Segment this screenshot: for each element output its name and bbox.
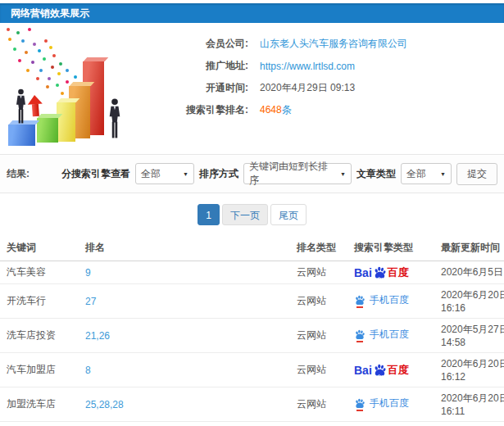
- rank-type-cell: 云网站: [297, 398, 326, 410]
- bar-chart-illustration: [0, 23, 152, 152]
- baidu-logo: Baidu百度: [354, 266, 409, 279]
- up-arrow-icon: [27, 94, 43, 116]
- column-header: 搜索引擎类型: [351, 235, 438, 261]
- info-row: 搜索引擎排名:4648条: [152, 99, 504, 121]
- updated-time-cell: 2020年6月20日 16:16: [441, 289, 504, 314]
- info-field-label: 搜索引擎排名:: [152, 103, 248, 117]
- confetti-decoration: [7, 28, 10, 31]
- mobile-baidu-logo: 手机百度: [354, 397, 409, 409]
- info-field-value[interactable]: 山东老人头汽车服务咨询有限公司: [260, 37, 407, 51]
- rank-link[interactable]: 25,28,28: [85, 399, 124, 410]
- info-row: 推广地址:https://www.lrtlsd.com: [152, 55, 504, 77]
- updated-time-cell: 2020年6月20日 16:11: [441, 392, 504, 417]
- mobile-baidu-label: 手机百度: [370, 294, 409, 306]
- green-bar: [37, 118, 58, 143]
- rank-link[interactable]: 9: [85, 267, 91, 279]
- mobile-baidu-logo: 手机百度: [354, 329, 409, 340]
- column-header: 排名: [82, 235, 293, 261]
- rank-link[interactable]: 8: [85, 365, 91, 376]
- mobile-baidu-logo: 手机百度: [354, 294, 409, 306]
- chevron-down-icon: ▼: [440, 171, 446, 177]
- engine-select-value: 全部: [141, 167, 161, 181]
- table-row: 开洗车行27云网站手机百度2020年6月20日 16:16: [0, 284, 504, 319]
- rank-type-cell: 云网站: [297, 329, 326, 341]
- info-field-value[interactable]: https://www.lrtlsd.com: [260, 61, 355, 72]
- rank-type-cell: 云网站: [297, 295, 326, 306]
- ranking-count-unit: 条: [282, 104, 292, 116]
- baidu-paw-icon: [354, 398, 366, 409]
- mobile-baidu-label: 手机百度: [370, 397, 409, 409]
- last-page-button[interactable]: 尾页: [270, 204, 306, 225]
- submit-button[interactable]: 提交: [456, 163, 497, 185]
- column-header: 最新更新时间: [438, 235, 504, 261]
- pagination: 1 下一页 尾页: [0, 193, 504, 235]
- info-field-label: 会员公司:: [152, 37, 248, 51]
- sort-select-value: 关键词由短到长排序: [249, 160, 337, 188]
- filter-controls: 分搜索引擎查看 全部 ▼ 排序方式 关键词由短到长排序 ▼ 文章类型 全部 ▼ …: [61, 163, 497, 185]
- updated-time-cell: 2020年5月27日 14:58: [441, 324, 504, 348]
- article-type-select[interactable]: 全部 ▼: [401, 163, 452, 184]
- keyword-cell: 汽车美容: [7, 266, 46, 278]
- chevron-down-icon: ▼: [340, 171, 346, 177]
- rank-type-cell: 云网站: [297, 266, 326, 278]
- table-row: 加盟洗车店25,28,28云网站手机百度2020年6月20日 16:11: [0, 387, 504, 422]
- info-row: 会员公司:山东老人头汽车服务咨询有限公司: [152, 33, 504, 55]
- info-fields: 会员公司:山东老人头汽车服务咨询有限公司推广地址:https://www.lrt…: [152, 23, 504, 121]
- keyword-cell: 汽车加盟店: [7, 364, 56, 375]
- table-row: 汽车加盟店8云网站Baidu百度2020年6月20日 16:12: [0, 353, 504, 387]
- rank-link[interactable]: 21,26: [85, 330, 110, 342]
- keyword-cell: 加盟洗车店: [7, 398, 56, 410]
- results-table: 关键词排名排名类型搜索引擎类型最新更新时间 汽车美容9云网站Baidu百度202…: [0, 235, 504, 426]
- businessman-icon: [107, 97, 122, 140]
- column-header: 关键词: [0, 235, 82, 261]
- result-label: 结果:: [7, 167, 30, 181]
- blue-bar: [8, 125, 35, 146]
- company-info-panel: 会员公司:山东老人头汽车服务咨询有限公司推广地址:https://www.lrt…: [0, 23, 504, 154]
- rank-type-cell: 云网站: [297, 364, 326, 375]
- info-field-label: 开通时间:: [152, 81, 248, 95]
- info-row: 开通时间:2020年4月29日 09:13: [152, 77, 504, 99]
- sort-select[interactable]: 关键词由短到长排序 ▼: [243, 163, 352, 184]
- baidu-paw-icon: du: [373, 364, 387, 377]
- yellow-bar: [57, 102, 75, 142]
- next-page-button[interactable]: 下一页: [222, 204, 268, 225]
- table-row: 洗车赚钱吗30云网站手机百度2020年6月20日 16:12: [0, 422, 504, 426]
- businessman-icon: [14, 88, 28, 125]
- baidu-paw-icon: du: [373, 266, 387, 279]
- table-row: 洗车店投资21,26云网站手机百度2020年5月27日 14:58: [0, 319, 504, 353]
- keyword-cell: 开洗车行: [7, 295, 46, 306]
- info-field-value: 4648条: [260, 103, 292, 117]
- ranking-count: 4648: [260, 104, 282, 116]
- mobile-baidu-label: 手机百度: [370, 329, 409, 340]
- table-row: 汽车美容9云网站Baidu百度2020年6月5日 11:24: [0, 261, 504, 284]
- info-field-value: 2020年4月29日 09:13: [260, 81, 355, 95]
- article-type-select-value: 全部: [406, 167, 426, 181]
- page-1-button[interactable]: 1: [198, 204, 220, 225]
- engine-filter-label: 分搜索引擎查看: [61, 167, 130, 181]
- updated-time-cell: 2020年6月20日 16:12: [441, 358, 504, 383]
- filter-bar: 结果: 分搜索引擎查看 全部 ▼ 排序方式 关键词由短到长排序 ▼ 文章类型 全…: [0, 154, 504, 193]
- chevron-down-icon: ▼: [183, 171, 188, 177]
- updated-time-cell: 2020年6月5日 11:24: [441, 266, 504, 278]
- sort-label: 排序方式: [199, 167, 238, 181]
- table-header-row: 关键词排名排名类型搜索引擎类型最新更新时间: [0, 235, 504, 261]
- column-header: 排名类型: [293, 235, 351, 261]
- keyword-cell: 洗车店投资: [7, 329, 56, 341]
- info-field-label: 推广地址:: [152, 59, 248, 73]
- baidu-paw-icon: [354, 295, 366, 306]
- page-title: 网络营销效果展示: [11, 7, 89, 19]
- baidu-logo: Baidu百度: [354, 364, 409, 377]
- baidu-paw-icon: [354, 329, 366, 340]
- engine-select[interactable]: 全部 ▼: [135, 163, 194, 184]
- article-type-label: 文章类型: [356, 167, 396, 181]
- title-bar: 网络营销效果展示: [0, 3, 504, 23]
- rank-link[interactable]: 27: [85, 296, 96, 307]
